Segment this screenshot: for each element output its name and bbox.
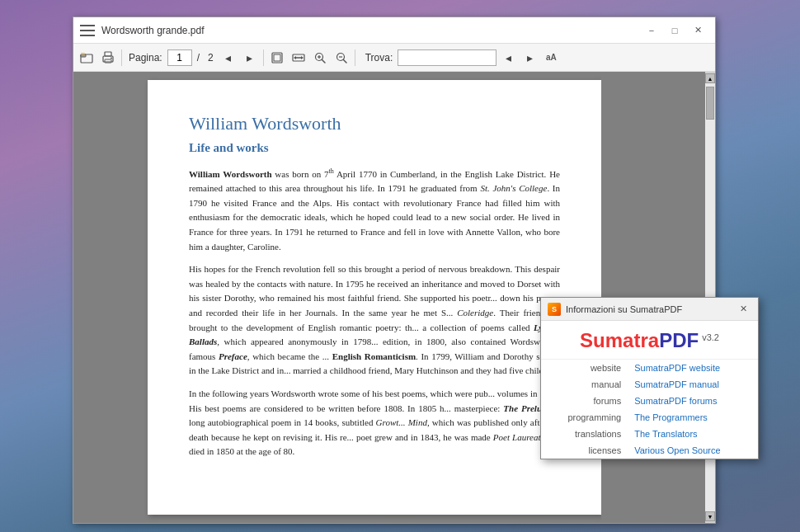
svg-rect-1 — [81, 54, 86, 57]
svg-marker-11 — [294, 56, 296, 59]
pdf-paragraph-3: In the following years Wordsworth wrote … — [189, 387, 560, 459]
website-link-cell: SumatraPDF website — [628, 360, 758, 376]
logo-version: v3.2 — [702, 329, 719, 342]
about-row-programming: programming The Programmers — [541, 409, 758, 426]
minimize-button[interactable]: − — [641, 22, 662, 39]
pdf-title: William Wordsworth — [189, 113, 560, 134]
title-bar: Wordsworth grande.pdf − □ ✕ — [73, 17, 715, 44]
forums-label: forums — [541, 393, 628, 409]
page-input[interactable] — [167, 49, 192, 66]
page-label: Pagina: — [129, 52, 162, 64]
translations-label: translations — [541, 426, 628, 442]
about-row-translations: translations The Translators — [541, 426, 758, 442]
match-case-button[interactable]: aA — [541, 48, 561, 68]
svg-rect-2 — [81, 53, 85, 54]
maximize-button[interactable]: □ — [664, 22, 685, 39]
scroll-thumb[interactable] — [706, 87, 714, 120]
licenses-label: licenses — [541, 442, 628, 459]
programming-label: programming — [541, 409, 628, 426]
scroll-up-button[interactable]: ▲ — [705, 73, 715, 83]
about-row-forums: forums SumatraPDF forums — [541, 393, 758, 409]
about-row-licenses: licenses Various Open Source — [541, 442, 758, 459]
about-content: Sumatra PDF v3.2 website SumatraPDF webs… — [541, 321, 758, 459]
about-title: Informazioni su SumatraPDF — [566, 304, 735, 314]
close-window-button[interactable]: ✕ — [687, 22, 708, 39]
logo-sumatra: Sumatra — [580, 329, 659, 352]
manual-label: manual — [541, 376, 628, 393]
pdf-subtitle: Life and works — [189, 141, 560, 155]
find-label: Trova: — [365, 52, 393, 64]
about-row-manual: manual SumatraPDF manual — [541, 376, 758, 393]
about-links-table: website SumatraPDF website manual Sumatr… — [541, 360, 758, 459]
svg-line-14 — [322, 59, 325, 63]
forums-link-cell: SumatraPDF forums — [628, 393, 758, 409]
licenses-link-cell: Various Open Source — [628, 442, 758, 459]
logo-pdf: PDF — [659, 329, 699, 352]
toolbar: Pagina: / 2 ◂ ▸ Trova: ◂ ▸ aA — [73, 44, 715, 72]
website-link[interactable]: SumatraPDF website — [634, 363, 720, 373]
window-title: Wordsworth grande.pdf — [101, 25, 641, 36]
sumatra-icon: S — [548, 303, 561, 316]
translations-link-cell: The Translators — [628, 426, 758, 442]
toolbar-separator-3 — [355, 49, 355, 66]
find-next-button[interactable]: ▸ — [520, 48, 539, 68]
website-label: website — [541, 360, 628, 376]
svg-marker-12 — [301, 56, 304, 59]
forums-link[interactable]: SumatraPDF forums — [634, 396, 717, 406]
page-total: 2 — [208, 52, 214, 64]
manual-link[interactable]: SumatraPDF manual — [634, 379, 719, 389]
zoom-button[interactable] — [310, 48, 330, 68]
about-logo-row: Sumatra PDF v3.2 — [541, 321, 758, 360]
about-titlebar: S Informazioni su SumatraPDF ✕ — [541, 298, 758, 321]
page-sep: / — [197, 52, 200, 64]
about-close-button[interactable]: ✕ — [735, 302, 751, 317]
toolbar-separator-2 — [263, 49, 264, 66]
about-dialog: S Informazioni su SumatraPDF ✕ Sumatra P… — [540, 297, 759, 459]
print-button[interactable] — [98, 48, 118, 68]
pdf-paragraph-1: William Wordsworth was born on 7th April… — [189, 167, 560, 254]
pdf-page[interactable]: William Wordsworth Life and works Willia… — [148, 80, 601, 515]
programming-link[interactable]: The Programmers — [634, 412, 708, 422]
fit-page-button[interactable] — [267, 48, 287, 68]
svg-line-18 — [343, 59, 346, 63]
manual-link-cell: SumatraPDF manual — [628, 376, 758, 393]
scroll-down-button[interactable]: ▼ — [705, 511, 715, 521]
svg-point-6 — [111, 57, 112, 59]
find-prev-button[interactable]: ◂ — [498, 48, 518, 68]
programming-link-cell: The Programmers — [628, 409, 758, 426]
pdf-paragraph-2: His hopes for the French revolution fell… — [189, 262, 560, 379]
next-page-button[interactable]: ▸ — [240, 48, 260, 68]
fit-width-button[interactable] — [289, 48, 308, 68]
about-row-website: website SumatraPDF website — [541, 360, 758, 376]
open-button[interactable] — [77, 48, 96, 68]
find-input[interactable] — [398, 49, 496, 66]
licenses-link[interactable]: Various Open Source — [634, 445, 720, 455]
left-margin — [73, 72, 148, 523]
toolbar-separator-1 — [121, 49, 122, 66]
zoom-out-button[interactable] — [332, 48, 351, 68]
menu-icon[interactable] — [80, 25, 95, 36]
translations-link[interactable]: The Translators — [634, 429, 697, 439]
prev-page-button[interactable]: ◂ — [219, 48, 238, 68]
svg-rect-8 — [274, 54, 280, 61]
window-controls: − □ ✕ — [641, 22, 708, 39]
svg-rect-4 — [105, 52, 111, 56]
